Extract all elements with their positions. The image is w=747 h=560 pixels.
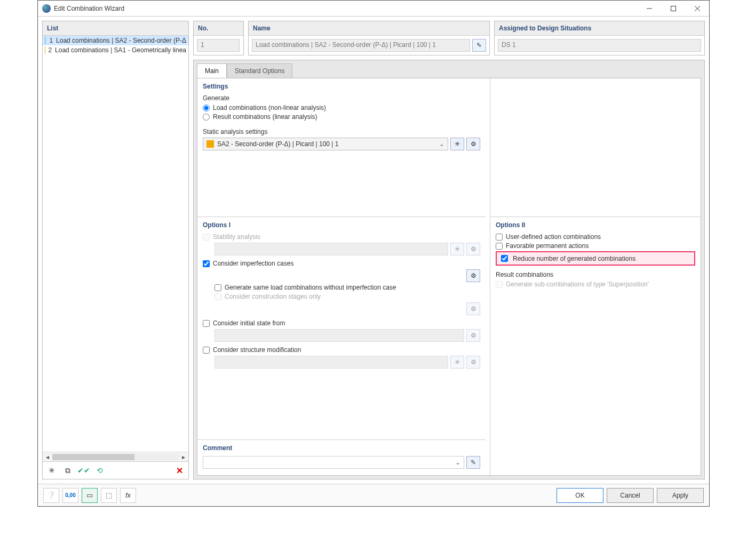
check-stability-label: Stability analysis bbox=[213, 233, 260, 241]
new-analysis-button[interactable]: ✳ bbox=[450, 138, 464, 150]
app-icon bbox=[42, 4, 51, 13]
edit-stability-button: ⚙ bbox=[466, 243, 480, 255]
units-button[interactable]: 0,00 bbox=[62, 488, 78, 503]
check-construction-stages-label: Consider construction stages only bbox=[225, 293, 321, 300]
maximize-icon bbox=[671, 6, 676, 11]
new-button[interactable]: ✳ bbox=[45, 464, 59, 477]
tab-standard-options[interactable]: Standard Options bbox=[227, 63, 292, 78]
list-item-label: Load combinations | SA1 - Geometrically … bbox=[55, 46, 186, 54]
titlebar: Edit Combination Wizard bbox=[38, 1, 709, 17]
new-icon: ✳ bbox=[455, 358, 460, 366]
edit-construction-button: ⚙ bbox=[466, 302, 480, 315]
close-icon bbox=[695, 6, 700, 11]
refresh-button[interactable]: ⟲ bbox=[93, 464, 107, 477]
radio-result-input[interactable] bbox=[203, 114, 210, 121]
options-2-section: Options II User-defined action combinati… bbox=[490, 217, 701, 475]
cancel-button[interactable]: Cancel bbox=[607, 488, 654, 503]
settings-title: Settings bbox=[203, 83, 480, 90]
window-title: Edit Combination Wizard bbox=[54, 5, 637, 12]
tabs-container: Main Standard Options Settings Generate … bbox=[193, 60, 705, 479]
check-structure-modification[interactable]: Consider structure modification bbox=[203, 346, 480, 354]
check-favorable[interactable]: Favorable permanent actions bbox=[496, 242, 695, 250]
close-button[interactable] bbox=[685, 1, 709, 16]
check-structure-mod-input[interactable] bbox=[203, 347, 210, 354]
view-button[interactable]: ⬚ bbox=[101, 488, 117, 503]
radio-load-input[interactable] bbox=[203, 105, 210, 111]
options1-title: Options I bbox=[203, 221, 480, 229]
no-value: 1 bbox=[197, 39, 240, 52]
check-button[interactable]: ✔✔ bbox=[77, 464, 91, 477]
edit-combination-wizard-window: Edit Combination Wizard List 1 Load comb… bbox=[37, 0, 710, 507]
new-icon: ✳ bbox=[455, 140, 460, 148]
check-generate-same[interactable]: Generate same load combinations without … bbox=[214, 284, 480, 291]
initial-state-combo bbox=[214, 329, 464, 342]
list-toolbar: ✳ ⧉ ✔✔ ⟲ ✕ bbox=[43, 461, 188, 479]
list-item[interactable]: 1 Load combinations | SA2 - Second-order… bbox=[43, 36, 188, 45]
script-button[interactable]: fx bbox=[120, 488, 136, 503]
horizontal-scrollbar[interactable]: ◂ ▸ bbox=[43, 452, 188, 461]
edit-name-button[interactable]: ✎ bbox=[472, 39, 486, 52]
minimize-button[interactable] bbox=[637, 1, 661, 16]
display-button[interactable]: ▭ bbox=[82, 488, 98, 503]
refresh-icon: ⟲ bbox=[97, 466, 103, 475]
maximize-button[interactable] bbox=[661, 1, 685, 16]
ok-button[interactable]: OK bbox=[557, 488, 603, 503]
list-item-label: Load combinations | SA2 - Second-order (… bbox=[56, 37, 186, 44]
list-item[interactable]: 2 Load combinations | SA1 - Geometricall… bbox=[43, 45, 188, 55]
scroll-right-icon[interactable]: ▸ bbox=[179, 453, 188, 461]
units-icon: 0,00 bbox=[65, 492, 75, 498]
edit-imperfection-button[interactable]: ⚙ bbox=[466, 269, 480, 282]
gear-icon: ⚙ bbox=[471, 332, 476, 339]
help-button[interactable]: ❔ bbox=[43, 488, 59, 503]
comment-edit-button[interactable]: ✎ bbox=[466, 456, 480, 469]
check-imperfection[interactable]: Consider imperfection cases bbox=[203, 260, 480, 267]
check-initial-state-input[interactable] bbox=[203, 320, 210, 327]
scroll-thumb[interactable] bbox=[52, 454, 134, 460]
chevron-down-icon: ⌄ bbox=[439, 140, 444, 148]
svg-rect-1 bbox=[671, 6, 676, 11]
scroll-left-icon[interactable]: ◂ bbox=[43, 453, 52, 461]
check-generate-sub-label: Generate sub-combinations of type 'Super… bbox=[506, 281, 649, 288]
static-analysis-label: Static analysis settings bbox=[203, 128, 480, 135]
delete-button[interactable]: ✕ bbox=[172, 464, 186, 477]
check-user-defined[interactable]: User-defined action combinations bbox=[496, 233, 695, 241]
options2-title: Options II bbox=[496, 221, 695, 229]
edit-initial-button: ⚙ bbox=[466, 329, 480, 342]
copy-button[interactable]: ⧉ bbox=[61, 464, 75, 477]
comment-section: Comment ⌄ ✎ bbox=[197, 440, 486, 475]
check-favorable-label: Favorable permanent actions bbox=[506, 242, 589, 250]
check-user-defined-label: User-defined action combinations bbox=[506, 233, 601, 241]
check-initial-state[interactable]: Consider initial state from bbox=[203, 319, 480, 327]
edit-icon: ✎ bbox=[476, 42, 482, 49]
structure-mod-combo bbox=[214, 356, 448, 369]
radio-result-combinations[interactable]: Result combinations (linear analysis) bbox=[203, 113, 480, 121]
apply-button[interactable]: Apply bbox=[657, 488, 704, 503]
gear-icon: ⚙ bbox=[471, 245, 476, 253]
no-field-group: No. 1 bbox=[193, 21, 244, 55]
check-imperfection-input[interactable] bbox=[203, 260, 210, 267]
script-icon: fx bbox=[125, 491, 131, 499]
check-favorable-input[interactable] bbox=[496, 243, 503, 250]
list-item-number: 2 bbox=[48, 46, 52, 54]
static-analysis-select[interactable]: SA2 - Second-order (P-Δ) | Picard | 100 … bbox=[203, 138, 448, 150]
edit-analysis-button[interactable]: ⚙ bbox=[466, 138, 480, 150]
radio-load-combinations[interactable]: Load combinations (non-linear analysis) bbox=[203, 104, 480, 111]
tab-main[interactable]: Main bbox=[197, 63, 227, 78]
check-stability-input bbox=[203, 234, 210, 241]
color-swatch-icon bbox=[206, 140, 214, 148]
no-header: No. bbox=[194, 21, 243, 36]
comment-input[interactable]: ⌄ bbox=[203, 456, 464, 469]
check-generate-same-input[interactable] bbox=[214, 284, 221, 291]
delete-icon: ✕ bbox=[176, 466, 183, 476]
check-user-defined-input[interactable] bbox=[496, 234, 503, 241]
check-structure-mod-label: Consider structure modification bbox=[213, 346, 301, 354]
radio-load-label: Load combinations (non-linear analysis) bbox=[213, 104, 326, 111]
ds-header: Assigned to Design Situations bbox=[495, 21, 704, 36]
new-icon: ✳ bbox=[455, 245, 460, 253]
check-reduce-input[interactable] bbox=[501, 255, 508, 262]
minimize-icon bbox=[647, 6, 652, 11]
edit-icon: ✎ bbox=[471, 459, 476, 466]
copy-icon: ⧉ bbox=[65, 466, 70, 475]
list-body: 1 Load combinations | SA2 - Second-order… bbox=[43, 36, 188, 452]
new-stability-button: ✳ bbox=[450, 243, 464, 255]
